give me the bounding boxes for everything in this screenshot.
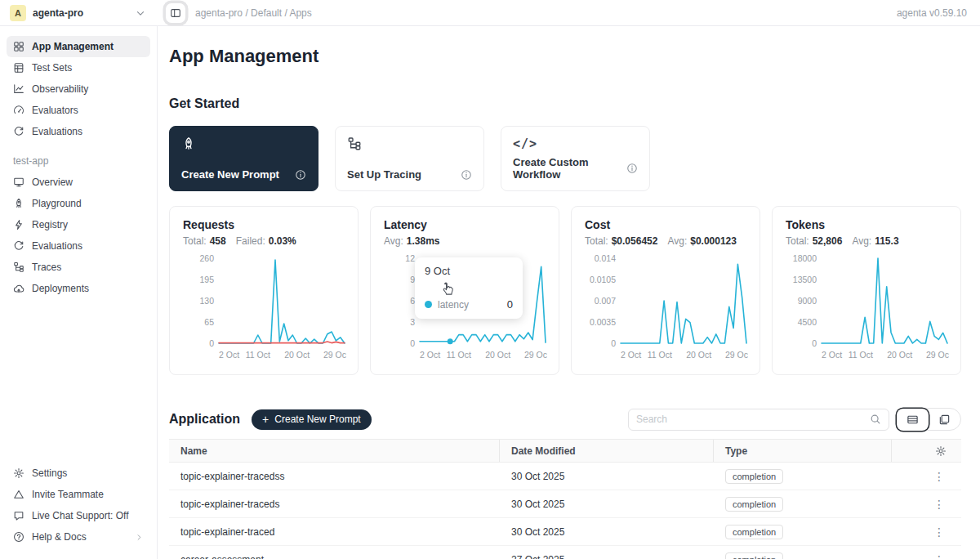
mouse-cursor-icon <box>439 282 455 297</box>
svg-text:20 Oct: 20 Oct <box>485 350 510 360</box>
svg-text:29 Oct: 29 Oct <box>524 350 547 360</box>
sidebar-item-overview[interactable]: Overview <box>7 172 150 193</box>
search-icon[interactable] <box>870 414 881 425</box>
card-label: Create Custom Workflow <box>513 156 626 181</box>
svg-text:18000: 18000 <box>793 253 817 263</box>
workspace-name: agenta-pro <box>33 7 83 19</box>
sidebar-item-evaluators[interactable]: Evaluators <box>7 100 150 121</box>
grid-icon <box>13 41 24 52</box>
app-date-modified: 30 Oct 2025 <box>500 499 714 510</box>
version-label: agenta v0.59.10 <box>897 7 967 19</box>
sidebar: App ManagementTest SetsObservabilityEval… <box>0 26 158 559</box>
svg-text:0: 0 <box>611 338 616 348</box>
table-row[interactable]: topic-explainer-traceds30 Oct 2025comple… <box>169 490 961 518</box>
get-started-card-set-up-tracing[interactable]: Set Up Tracing <box>335 126 484 191</box>
chart-title: Cost <box>585 218 746 231</box>
svg-text:29 Oct: 29 Oct <box>323 350 346 360</box>
get-started-cards: Create New PromptSet Up Tracing</>Create… <box>169 126 961 191</box>
refresh-icon <box>13 126 24 137</box>
svg-text:65: 65 <box>204 317 214 327</box>
sidebar-item-evaluations[interactable]: Evaluations <box>7 121 150 142</box>
sidebar-item-settings[interactable]: Settings <box>7 463 150 484</box>
sidebar-item-label: App Management <box>32 41 114 52</box>
sidebar-item-label: Evaluators <box>32 105 78 116</box>
sidebar-item-test-sets[interactable]: Test Sets <box>7 57 150 78</box>
sidebar-bottom-nav: SettingsInvite TeammateLive Chat Support… <box>7 463 150 548</box>
app-name: topic-explainer-traced <box>169 526 500 538</box>
stat-value: 458 <box>210 235 226 247</box>
column-type[interactable]: Type <box>714 440 892 462</box>
gear-icon[interactable] <box>935 445 947 457</box>
sidebar-item-observability[interactable]: Observability <box>7 78 150 100</box>
search-input[interactable] <box>636 414 870 425</box>
stat-value: 0.03% <box>269 235 296 247</box>
svg-text:20 Oct: 20 Oct <box>284 350 310 360</box>
table-view-button[interactable] <box>897 409 929 431</box>
info-icon[interactable] <box>461 169 472 181</box>
info-icon[interactable] <box>626 163 638 174</box>
table-row[interactable]: topic-explainer-traced30 Oct 2025complet… <box>169 518 961 546</box>
table-row[interactable]: career-assessment27 Oct 2025completion⋮ <box>169 546 961 559</box>
sidebar-item-label: Registry <box>32 219 68 230</box>
svg-text:0.0035: 0.0035 <box>590 317 616 327</box>
type-badge: completion <box>725 497 783 512</box>
workspace-avatar: A <box>10 5 26 21</box>
column-date-modified[interactable]: Date Modified <box>500 440 714 462</box>
sidebar-project-nav: OverviewPlaygroundRegistryEvaluationsTra… <box>7 172 150 299</box>
series-dot <box>425 301 432 308</box>
rocket-icon <box>181 136 306 151</box>
sidebar-item-label: Traces <box>32 262 61 273</box>
sidebar-item-playground[interactable]: Playground <box>7 193 150 214</box>
breadcrumb[interactable]: agenta-pro / Default / Apps <box>195 7 312 19</box>
sidebar-item-live-chat-support-off[interactable]: Live Chat Support: Off <box>7 505 150 526</box>
create-new-prompt-button[interactable]: + Create New Prompt <box>252 409 372 430</box>
stat-label: Total: <box>786 235 809 247</box>
tree-icon <box>347 136 472 151</box>
sidebar-item-evaluations[interactable]: Evaluations <box>7 235 150 257</box>
sidebar-item-label: Invite Teammate <box>32 489 104 500</box>
svg-text:11 Oct: 11 Oct <box>849 350 873 360</box>
sidebar-item-label: Overview <box>32 177 73 188</box>
svg-text:9000: 9000 <box>798 296 817 306</box>
row-menu-button[interactable]: ⋮ <box>892 470 961 483</box>
chart-tooltip: 9 Oct latency 0 <box>415 257 523 319</box>
monitor-icon <box>13 177 24 188</box>
requests-chart-card: Requests Total:458Failed:0.03% 260195130… <box>169 206 359 375</box>
chat-icon <box>13 510 24 521</box>
get-started-card-create-custom-workflow[interactable]: </>Create Custom Workflow <box>501 126 650 191</box>
sidebar-item-help-docs[interactable]: Help & Docs <box>7 526 150 548</box>
latency-chart-card: Latency Avg:1.38ms 1296302 Oct11 Oct20 O… <box>370 206 559 375</box>
row-menu-button[interactable]: ⋮ <box>892 553 961 559</box>
sidebar-item-label: Deployments <box>32 283 89 294</box>
svg-text:11 Oct: 11 Oct <box>246 350 270 360</box>
chevron-down-icon[interactable] <box>135 7 146 19</box>
code-icon: </> <box>513 136 537 151</box>
table-header: Name Date Modified Type <box>169 439 961 463</box>
table-row[interactable]: topic-explainer-tracedss30 Oct 2025compl… <box>169 463 961 490</box>
sidebar-item-label: Help & Docs <box>32 531 87 543</box>
row-menu-button[interactable]: ⋮ <box>892 498 961 511</box>
card-view-icon <box>938 414 951 426</box>
chart-stats: Total:52,806Avg:115.3 <box>786 235 947 247</box>
get-started-card-create-new-prompt[interactable]: Create New Prompt <box>169 126 318 191</box>
sidebar-item-invite-teammate[interactable]: Invite Teammate <box>7 484 150 505</box>
main-content: App Management Get Started Create New Pr… <box>158 26 980 559</box>
sidebar-item-traces[interactable]: Traces <box>7 257 150 278</box>
stat-value: $0.000123 <box>690 235 737 247</box>
sidebar-item-label: Live Chat Support: Off <box>32 510 129 521</box>
table-view-icon <box>906 414 919 426</box>
info-icon[interactable] <box>295 169 306 181</box>
sidebar-item-registry[interactable]: Registry <box>7 214 150 235</box>
sidebar-item-label: Settings <box>32 467 67 479</box>
column-name[interactable]: Name <box>169 440 500 462</box>
sidebar-item-deployments[interactable]: Deployments <box>7 278 150 299</box>
svg-text:0: 0 <box>812 338 817 348</box>
card-view-button[interactable] <box>929 409 960 430</box>
sidebar-toggle-button[interactable] <box>166 3 185 23</box>
workspace-selector[interactable]: A agenta-pro <box>0 5 158 21</box>
sidebar-item-app-management[interactable]: App Management <box>7 36 150 57</box>
app-name: topic-explainer-traceds <box>169 499 500 510</box>
stat-label: Failed: <box>236 235 265 247</box>
stat-label: Avg: <box>384 235 403 247</box>
row-menu-button[interactable]: ⋮ <box>892 525 961 539</box>
